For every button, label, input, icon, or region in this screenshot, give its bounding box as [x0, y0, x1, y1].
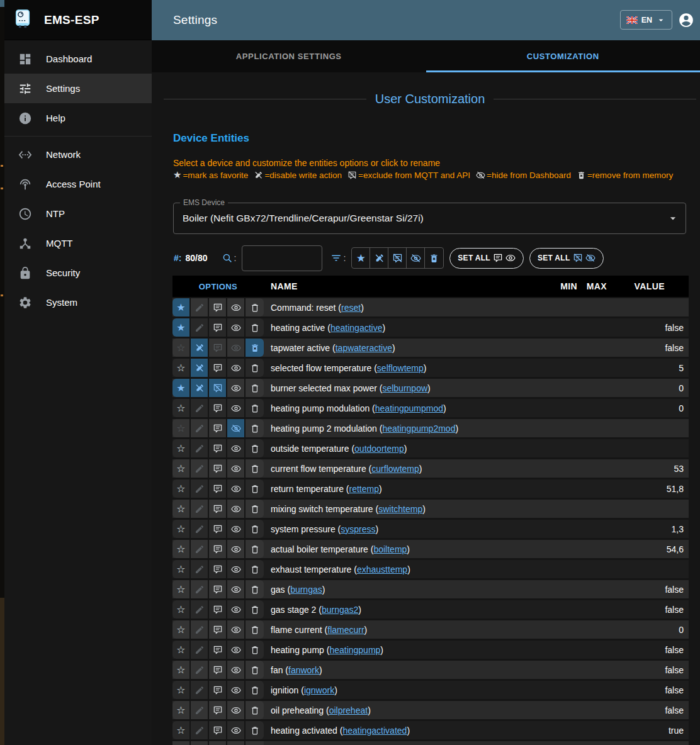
write-toggle[interactable] — [191, 620, 209, 639]
mqtt-toggle[interactable] — [209, 298, 227, 316]
entity-name[interactable]: heating pump (heatingpump) — [264, 645, 548, 655]
remove-toggle[interactable] — [246, 560, 264, 578]
mqtt-toggle[interactable] — [209, 641, 227, 659]
filter-remove-toggle[interactable] — [425, 248, 443, 268]
mqtt-toggle[interactable] — [209, 459, 227, 478]
entity-shortname-link[interactable]: burngas — [290, 585, 322, 595]
entity-shortname-link[interactable]: heatingpump — [329, 645, 380, 655]
entity-shortname-link[interactable]: burngas2 — [322, 605, 358, 615]
remove-toggle[interactable] — [246, 419, 264, 437]
visibility-toggle[interactable] — [227, 459, 246, 478]
sidebar-item-mqtt[interactable]: MQTT — [0, 228, 152, 258]
mqtt-toggle[interactable] — [209, 701, 227, 719]
favorite-toggle[interactable]: ☆ — [172, 359, 191, 377]
favorite-toggle[interactable]: ★ — [172, 318, 191, 337]
entity-shortname-link[interactable]: outdoortemp — [354, 444, 404, 454]
favorite-toggle[interactable]: ☆ — [172, 721, 191, 739]
mqtt-toggle[interactable] — [209, 419, 227, 437]
mqtt-toggle[interactable] — [209, 540, 227, 558]
write-toggle[interactable] — [191, 379, 209, 397]
mqtt-toggle[interactable] — [209, 600, 227, 619]
write-toggle[interactable] — [191, 459, 209, 478]
account-icon[interactable] — [678, 12, 694, 28]
write-toggle[interactable] — [191, 339, 209, 357]
visibility-toggle[interactable] — [227, 399, 246, 417]
visibility-toggle[interactable] — [227, 500, 246, 518]
entity-shortname-link[interactable]: ignwork — [304, 685, 334, 695]
mqtt-toggle[interactable] — [209, 318, 227, 337]
mqtt-toggle[interactable] — [209, 479, 227, 498]
sidebar-item-dashboard[interactable]: Dashboard — [0, 44, 152, 74]
sidebar-item-security[interactable]: Security — [0, 258, 152, 288]
visibility-toggle[interactable] — [227, 419, 246, 437]
remove-toggle[interactable] — [246, 520, 264, 538]
remove-toggle[interactable] — [246, 540, 264, 558]
filter-visibility-toggle[interactable] — [407, 248, 425, 268]
entity-shortname-link[interactable]: reset — [341, 303, 361, 313]
visibility-toggle[interactable] — [227, 339, 246, 357]
write-toggle[interactable] — [191, 399, 209, 417]
write-toggle[interactable] — [191, 661, 209, 679]
entity-name[interactable]: exhaust temperature (exhausttemp) — [264, 564, 548, 574]
write-toggle[interactable] — [191, 701, 209, 719]
remove-toggle[interactable] — [246, 620, 264, 639]
write-toggle[interactable] — [191, 520, 209, 538]
write-toggle[interactable] — [191, 641, 209, 659]
mqtt-toggle[interactable] — [209, 379, 227, 397]
entity-name[interactable]: return temperature (rettemp) — [264, 484, 548, 494]
entity-shortname-link[interactable]: heatingactivated — [342, 725, 407, 736]
remove-toggle[interactable] — [246, 681, 264, 699]
mqtt-toggle[interactable] — [209, 560, 227, 578]
visibility-toggle[interactable] — [227, 721, 246, 739]
visibility-toggle[interactable] — [227, 298, 246, 316]
write-toggle[interactable] — [191, 600, 209, 619]
remove-toggle[interactable] — [246, 459, 264, 478]
entity-name[interactable]: burner selected max power (selburnpow) — [264, 383, 548, 393]
entity-name[interactable]: actual boiler temperature (boiltemp) — [264, 544, 548, 554]
entity-name[interactable]: current flow temperature (curflowtemp) — [264, 464, 548, 474]
visibility-toggle[interactable] — [227, 620, 246, 639]
entity-name[interactable]: system pressure (syspress) — [264, 524, 548, 534]
entity-shortname-link[interactable]: oilpreheat — [329, 705, 368, 715]
sidebar-item-settings[interactable]: Settings — [0, 74, 152, 103]
favorite-toggle[interactable]: ☆ — [172, 620, 191, 639]
favorite-toggle[interactable]: ☆ — [172, 399, 191, 417]
favorite-toggle[interactable]: ☆ — [172, 701, 191, 719]
mqtt-toggle[interactable] — [209, 620, 227, 639]
remove-toggle[interactable] — [246, 701, 264, 719]
visibility-toggle[interactable] — [227, 641, 246, 659]
visibility-toggle[interactable] — [227, 540, 246, 558]
remove-toggle[interactable] — [246, 500, 264, 518]
filter-write-toggle[interactable] — [370, 248, 388, 268]
sidebar-item-help[interactable]: Help — [0, 103, 152, 133]
favorite-toggle[interactable]: ☆ — [172, 500, 191, 518]
language-selector[interactable]: EN — [620, 10, 672, 30]
entity-name[interactable]: heating activated (heatingactivated) — [264, 725, 548, 736]
entity-shortname-link[interactable]: boiltemp — [373, 544, 407, 554]
remove-toggle[interactable] — [246, 661, 264, 679]
remove-toggle[interactable] — [246, 339, 264, 357]
favorite-toggle[interactable]: ☆ — [172, 600, 191, 619]
remove-toggle[interactable] — [246, 359, 264, 377]
filter-mqtt-toggle[interactable] — [388, 248, 407, 268]
write-toggle[interactable] — [191, 721, 209, 739]
favorite-toggle[interactable]: ☆ — [172, 459, 191, 478]
sidebar-item-network[interactable]: Network — [0, 140, 152, 169]
visibility-toggle[interactable] — [227, 661, 246, 679]
visibility-toggle[interactable] — [227, 580, 246, 598]
entity-name[interactable]: fan (fanwork) — [264, 665, 548, 675]
search-input[interactable] — [242, 245, 322, 271]
tab-customization[interactable]: CUSTOMIZATION — [426, 40, 700, 72]
entity-shortname-link[interactable]: fanwork — [288, 665, 319, 675]
entity-name[interactable]: gas (burngas) — [264, 585, 548, 595]
favorite-toggle[interactable]: ☆ — [172, 479, 191, 498]
write-toggle[interactable] — [191, 439, 209, 457]
entity-name[interactable]: tapwater active (tapwateractive) — [264, 343, 548, 353]
entity-shortname-link[interactable]: flamecurr — [327, 625, 364, 635]
remove-toggle[interactable] — [246, 298, 264, 316]
favorite-toggle[interactable]: ☆ — [172, 339, 191, 357]
entity-name[interactable]: oil preheating (oilpreheat) — [264, 705, 548, 715]
filter-favorite-toggle[interactable]: ★ — [352, 248, 370, 268]
mqtt-toggle[interactable] — [209, 500, 227, 518]
write-toggle[interactable] — [191, 318, 209, 337]
